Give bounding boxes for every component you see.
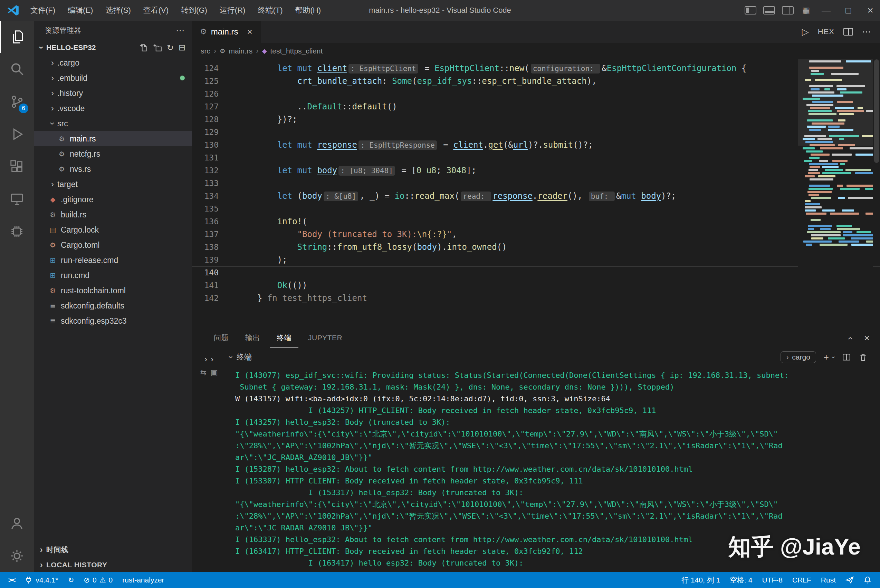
code-line-131[interactable]: 131 xyxy=(192,152,880,164)
code-line-138[interactable]: 138 String::from_utf8_lossy(body).into_o… xyxy=(192,241,880,254)
minimize-button[interactable]: — xyxy=(817,4,836,17)
esp-idf-chip-icon[interactable] xyxy=(0,215,34,248)
tree-item-.cargo[interactable]: ›.cargo xyxy=(34,55,192,70)
code-line-125[interactable]: 125 crt_bundle_attach: Some(esp_idf_sys:… xyxy=(192,75,880,88)
language-mode[interactable]: Rust xyxy=(816,572,841,588)
collapse-folders-icon[interactable]: ⊟ xyxy=(179,43,185,52)
code-line-127[interactable]: 127 ..Default::default() xyxy=(192,100,880,113)
code-line-141[interactable]: 141 Ok(()) xyxy=(192,279,880,292)
minimap[interactable] xyxy=(798,59,873,328)
code-line-139[interactable]: 139 ); xyxy=(192,254,880,266)
menu-转到G[interactable]: 转到(G) xyxy=(176,3,213,18)
tree-item-main.rs[interactable]: ⚙main.rs xyxy=(34,131,192,146)
breadcrumb-file[interactable]: main.rs xyxy=(229,47,253,55)
breadcrumb-src[interactable]: src xyxy=(201,47,210,55)
new-terminal-icon[interactable]: + xyxy=(824,352,829,363)
tree-item-Cargo.lock[interactable]: ▤Cargo.lock xyxy=(34,222,192,237)
breadcrumb-symbol[interactable]: test_https_client xyxy=(271,47,323,55)
minimap-slider[interactable] xyxy=(798,59,873,146)
split-terminal-icon[interactable] xyxy=(842,352,851,362)
close-tab-icon[interactable]: × xyxy=(247,27,252,37)
tree-item-rust-toolchain.toml[interactable]: ⚙rust-toolchain.toml xyxy=(34,283,192,298)
tree-item-run-release.cmd[interactable]: ⊞run-release.cmd xyxy=(34,253,192,268)
refresh-explorer-icon[interactable]: ↻ xyxy=(167,43,174,52)
code-line-133[interactable]: 133 xyxy=(192,177,880,190)
panel-tab-终端[interactable]: 终端 xyxy=(270,328,298,348)
remote-indicator[interactable]: >< xyxy=(3,572,20,588)
menu-运行R[interactable]: 运行(R) xyxy=(214,3,251,18)
explorer-more-actions-icon[interactable]: ⋯ xyxy=(176,25,185,36)
toggle-panel-icon[interactable] xyxy=(763,6,775,15)
close-window-button[interactable]: × xyxy=(860,3,880,18)
menu-编辑E[interactable]: 编辑(E) xyxy=(62,3,98,18)
code-line-134[interactable]: 134 let (body: &[u8], _) = io::read_max(… xyxy=(192,190,880,202)
code-line-136[interactable]: 136 info!( xyxy=(192,215,880,228)
code-line-126[interactable]: 126 xyxy=(192,88,880,100)
terminal-output[interactable]: I (143077) esp_idf_svc::wifi: Providing … xyxy=(226,366,880,572)
extensions-icon[interactable] xyxy=(0,150,34,183)
rust-analyzer-status[interactable]: rust-analyzer xyxy=(117,572,169,588)
tree-item-target[interactable]: ›target xyxy=(34,177,192,192)
split-editor-icon[interactable] xyxy=(843,28,853,36)
hex-view-button[interactable]: HEX xyxy=(818,27,835,36)
maximize-panel-icon[interactable]: › xyxy=(844,333,855,343)
code-line-130[interactable]: 130 let mut response: EspHttpResponse = … xyxy=(192,139,880,152)
code-line-124[interactable]: 124 let mut client: EspHttpClient = EspH… xyxy=(192,62,880,75)
source-control-icon[interactable]: 6 xyxy=(0,86,34,118)
problems-item[interactable]: ⊘ 0 ⚠ 0 xyxy=(79,572,117,588)
notifications-bell-icon[interactable] xyxy=(859,572,877,588)
tree-item-run.cmd[interactable]: ⊞run.cmd xyxy=(34,268,192,283)
panel-tab-输出[interactable]: 输出 xyxy=(238,328,267,348)
menu-文件F[interactable]: 文件(F) xyxy=(25,3,61,18)
feedback-icon[interactable] xyxy=(841,572,859,588)
toggle-sidebar-icon[interactable] xyxy=(745,6,757,15)
menu-帮助H[interactable]: 帮助(H) xyxy=(289,3,326,18)
tree-item-nvs.rs[interactable]: ⚙nvs.rs xyxy=(34,162,192,177)
maximize-button[interactable]: □ xyxy=(839,4,858,17)
tree-item-sdkconfig.defaults[interactable]: ≣sdkconfig.defaults xyxy=(34,298,192,314)
terminal-decoration-icon[interactable]: ▣ xyxy=(211,368,218,377)
project-root-row[interactable]: › HELLO-ESP32 ↻ ⊟ xyxy=(34,40,192,55)
scrollbar-thumb[interactable] xyxy=(874,59,879,163)
menu-终端T[interactable]: 终端(T) xyxy=(252,3,288,18)
customize-layout-icon[interactable]: ▦ xyxy=(799,6,814,15)
settings-gear-icon[interactable] xyxy=(0,540,34,572)
tree-item-.vscode[interactable]: ›.vscode xyxy=(34,101,192,116)
toggle-secondary-sidebar-icon[interactable] xyxy=(782,6,794,15)
terminal-dropdown-icon[interactable]: › xyxy=(830,356,837,358)
explorer-icon[interactable] xyxy=(0,21,34,53)
close-panel-icon[interactable]: × xyxy=(864,333,869,344)
chevron-down-icon[interactable]: › xyxy=(226,352,236,362)
editor-scrollbar[interactable] xyxy=(873,59,880,328)
editor-more-actions-icon[interactable]: ⋯ xyxy=(862,27,871,37)
run-debug-icon[interactable] xyxy=(0,118,34,150)
tree-item-build.rs[interactable]: ⚙build.rs xyxy=(34,207,192,222)
sync-icon[interactable]: ↻ xyxy=(63,572,79,588)
timeline-section[interactable]: › 时间线 xyxy=(34,542,192,557)
encoding[interactable]: UTF-8 xyxy=(757,572,787,588)
eol-sequence[interactable]: CRLF xyxy=(787,572,816,588)
panel-tab-问题[interactable]: 问题 xyxy=(207,328,236,348)
serial-port-item[interactable]: v4.4.1* xyxy=(20,572,63,588)
tree-item-src[interactable]: ›src xyxy=(34,116,192,131)
new-file-icon[interactable] xyxy=(139,43,148,52)
code-line-142[interactable]: 142} fn test_https_client xyxy=(192,292,880,305)
cursor-position[interactable]: 行 140, 列 1 xyxy=(677,572,725,588)
code-line-140[interactable]: 140 xyxy=(192,266,880,279)
kill-terminal-icon[interactable] xyxy=(859,352,868,362)
tree-item-.embuild[interactable]: ›.embuild xyxy=(34,70,192,86)
code-editor[interactable]: 124 let mut client: EspHttpClient = EspH… xyxy=(192,59,880,328)
terminal-nav-icon[interactable]: ⇆ xyxy=(200,368,206,377)
menu-选择S[interactable]: 选择(S) xyxy=(100,3,136,18)
terminal-profile-cargo[interactable]: › cargo xyxy=(781,351,816,363)
menu-查看V[interactable]: 查看(V) xyxy=(138,3,174,18)
tree-item-netcfg.rs[interactable]: ⚙netcfg.rs xyxy=(34,146,192,162)
remote-explorer-icon[interactable] xyxy=(0,183,34,215)
code-line-129[interactable]: 129 xyxy=(192,126,880,139)
tab-main-rs[interactable]: ⚙ main.rs × xyxy=(192,21,261,43)
account-icon[interactable] xyxy=(0,507,34,540)
indentation[interactable]: 空格: 4 xyxy=(725,572,757,588)
run-file-icon[interactable]: ▷ xyxy=(802,27,809,37)
tree-item-Cargo.toml[interactable]: ⚙Cargo.toml xyxy=(34,237,192,253)
panel-tab-JUPYTER[interactable]: JUPYTER xyxy=(301,328,349,348)
